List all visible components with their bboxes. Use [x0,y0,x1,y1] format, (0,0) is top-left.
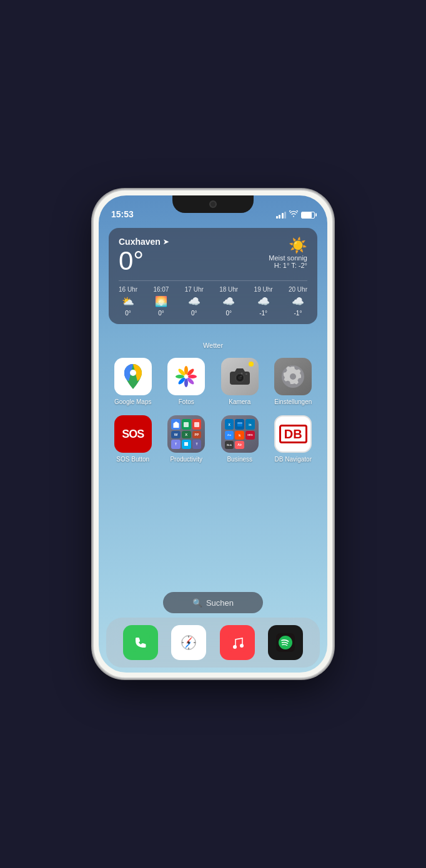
weather-hour-5: 20 Uhr ☁️ -1° [289,286,307,317]
weather-desc-1: Meist sonnig [269,254,307,262]
hour-icon-1: 🌅 [155,295,167,307]
folder-app-4: W [171,431,181,438]
hour-icon-4: ☁️ [257,295,270,307]
battery-fill [302,212,312,218]
hour-temp-5: -1° [294,310,302,317]
weather-city: Cuxhaven [119,237,161,247]
hour-icon-2: ☁️ [188,295,201,307]
weather-top: Cuxhaven ➤ 0° ☀️ Meist sonnig H: 1° T: -… [119,237,307,275]
db-navigator-icon: DB [274,415,312,453]
battery-icon [301,212,315,219]
fotos-icon [167,358,205,395]
app-google-maps[interactable]: Google Maps [109,358,157,405]
biz-app-2 [235,419,244,430]
svg-rect-23 [131,633,150,652]
search-bar[interactable]: 🔍 Suchen [163,592,263,613]
wifi-icon [289,210,298,219]
hour-temp-4: -1° [259,310,267,317]
weather-temp: 0° [119,247,169,275]
hour-label-5: 20 Uhr [289,286,307,293]
folder-app-9: T [192,440,202,449]
folder-app-1 [171,419,181,430]
productivity-icon: W X PP T [167,415,205,453]
hour-icon-0: ⛅ [122,295,134,307]
kamera-label: Kamera [229,398,250,405]
biz-app-5: k [235,431,244,439]
app-kamera[interactable]: Kamera [215,358,264,405]
folder-app-8 [182,440,191,449]
einstellungen-label: Einstellungen [274,398,312,405]
dock [106,618,320,668]
biz-app-7: Bnk [225,441,234,449]
folder-app-5: X [182,431,191,438]
weather-hour-1: 16:07 🌅 0° [153,286,169,317]
svg-rect-15 [245,373,247,375]
sos-label: SOS Button [116,456,149,463]
svg-point-35 [233,645,237,649]
hour-temp-2: 0° [191,310,197,317]
weather-widget-label: Wetter [99,339,327,350]
weather-location: Cuxhaven ➤ [119,237,169,247]
biz-app-4: Zm [225,431,234,439]
svg-point-14 [240,376,242,377]
svg-point-36 [240,644,244,648]
svg-rect-20 [184,442,188,446]
hour-icon-5: ☁️ [292,295,304,307]
biz-app-6: HRS [245,431,255,439]
db-navigator-label: DB Navigator [275,456,312,463]
status-icons [276,210,315,219]
signal-icon [276,212,287,219]
app-fotos[interactable]: Fotos [162,358,211,405]
app-business[interactable]: X in Zm k [215,415,264,463]
kamera-icon [221,358,259,395]
svg-point-33 [187,641,190,644]
svg-point-13 [240,373,242,375]
hour-temp-0: 0° [125,310,131,317]
notch [172,195,254,213]
dock-music[interactable] [220,625,255,660]
hour-label-4: 19 Uhr [254,286,273,293]
phone-frame: 15:53 [94,190,332,678]
svg-point-17 [290,373,296,380]
productivity-label: Productivity [170,456,202,463]
hour-icon-3: ☁️ [222,295,235,307]
status-time: 15:53 [111,209,134,219]
signal-bar-3 [282,213,284,219]
weather-right: ☀️ Meist sonnig H: 1° T: -2° [269,237,307,269]
dock-safari[interactable] [171,625,206,660]
db-logo-text: DB [279,425,307,443]
signal-bar-4 [284,212,286,219]
hour-label-0: 16 Uhr [119,286,137,293]
google-maps-label: Google Maps [114,398,151,405]
app-einstellungen[interactable]: Einstellungen [269,358,318,405]
dock-spotify[interactable] [268,625,303,660]
folder-app-7: T [171,440,181,449]
search-label: Suchen [206,598,234,608]
app-productivity[interactable]: W X PP T [162,415,211,463]
app-sos-button[interactable]: SOS SOS Button [109,415,157,463]
weather-sun-icon: ☀️ [269,237,307,254]
sos-icon: SOS [114,415,152,453]
weather-hour-0: 16 Uhr ⛅ 0° [119,286,137,317]
hour-label-3: 18 Uhr [219,286,238,293]
svg-point-0 [130,370,136,376]
business-icon: X in Zm k [221,415,259,453]
svg-rect-19 [194,422,199,427]
app-db-navigator[interactable]: DB DB Navigator [269,415,318,463]
weather-hour-2: 17 Uhr ☁️ 0° [185,286,204,317]
weather-widget[interactable]: Cuxhaven ➤ 0° ☀️ Meist sonnig H: 1° T: -… [109,228,317,324]
folder-app-3 [192,419,202,430]
weather-hourly: 16 Uhr ⛅ 0° 16:07 🌅 0° 17 Uhr ☁️ 0° 18 U… [119,280,307,317]
svg-rect-22 [237,422,242,424]
einstellungen-icon [274,358,312,395]
location-arrow-icon: ➤ [163,238,169,246]
weather-hour-4: 19 Uhr ☁️ -1° [254,286,273,317]
svg-rect-34 [228,633,247,652]
front-camera [209,200,217,208]
dock-phone[interactable] [123,625,158,660]
productivity-folder-grid: W X PP T [167,415,205,453]
folder-app-6: PP [192,431,202,438]
hour-label-2: 17 Uhr [185,286,204,293]
folder-app-2 [182,419,191,430]
hour-temp-1: 0° [158,310,164,317]
